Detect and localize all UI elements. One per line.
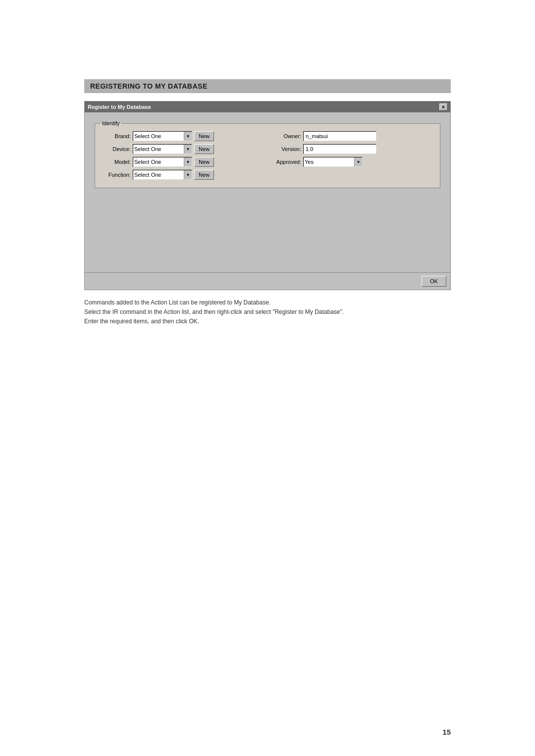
caption-text: Commands added to the Action List can be… <box>84 298 451 327</box>
model-select-wrapper: Select One ▼ <box>133 157 192 167</box>
identify-legend: Identify <box>100 120 121 126</box>
dialog-footer: OK <box>85 272 450 290</box>
approved-select-wrapper: Yes ▼ <box>303 157 363 167</box>
function-select-wrapper: Select One ▼ <box>133 170 192 180</box>
dialog-content-area <box>95 192 440 266</box>
device-new-button[interactable]: New <box>194 144 214 154</box>
dialog-body: Identify Brand: Select One ▼ <box>85 112 450 272</box>
function-new-button[interactable]: New <box>194 170 214 180</box>
caption-line1: Commands added to the Action List can be… <box>84 298 451 307</box>
model-new-button[interactable]: New <box>194 157 214 167</box>
approved-select[interactable]: Yes <box>303 157 363 167</box>
dialog-close-button[interactable]: × <box>439 103 447 110</box>
device-row: Device: Select One ▼ New <box>102 144 263 154</box>
section-heading-bar: REGISTERING TO MY DATABASE <box>84 79 451 93</box>
section-title: REGISTERING TO MY DATABASE <box>90 82 445 90</box>
owner-label: Owner: <box>272 133 301 139</box>
brand-new-button[interactable]: New <box>194 131 214 141</box>
caption-line2: Select the IR command in the Action list… <box>84 307 451 317</box>
version-row: Version: <box>272 144 433 154</box>
dialog-window: Register to My Database × Identify Brand… <box>84 101 451 290</box>
form-left: Brand: Select One ▼ New Device: <box>102 131 263 181</box>
model-label: Model: <box>102 159 131 165</box>
brand-select[interactable]: Select One <box>133 131 192 141</box>
identify-group: Identify Brand: Select One ▼ <box>95 120 440 188</box>
approved-label: Approved: <box>272 159 301 165</box>
page-container: REGISTERING TO MY DATABASE Register to M… <box>0 0 535 756</box>
function-row: Function: Select One ▼ New <box>102 170 263 180</box>
device-label: Device: <box>102 146 131 152</box>
version-input[interactable] <box>303 144 376 154</box>
device-select-wrapper: Select One ▼ <box>133 144 192 154</box>
caption-line3: Enter the required items, and then click… <box>84 317 451 326</box>
form-grid: Brand: Select One ▼ New Device: <box>102 131 433 181</box>
brand-row: Brand: Select One ▼ New <box>102 131 263 141</box>
owner-input[interactable] <box>303 131 376 141</box>
dialog-titlebar: Register to My Database × <box>85 101 450 112</box>
version-label: Version: <box>272 146 301 152</box>
device-select[interactable]: Select One <box>133 144 192 154</box>
function-label: Function: <box>102 172 131 178</box>
form-right: Owner: Version: Approved: <box>272 131 433 181</box>
ok-button[interactable]: OK <box>422 276 446 287</box>
dialog-title: Register to My Database <box>88 104 151 110</box>
approved-row: Approved: Yes ▼ <box>272 157 433 167</box>
brand-select-wrapper: Select One ▼ <box>133 131 192 141</box>
page-number: 15 <box>442 728 451 736</box>
model-select[interactable]: Select One <box>133 157 192 167</box>
brand-label: Brand: <box>102 133 131 139</box>
function-select[interactable]: Select One <box>133 170 192 180</box>
model-row: Model: Select One ▼ New <box>102 157 263 167</box>
owner-row: Owner: <box>272 131 433 141</box>
